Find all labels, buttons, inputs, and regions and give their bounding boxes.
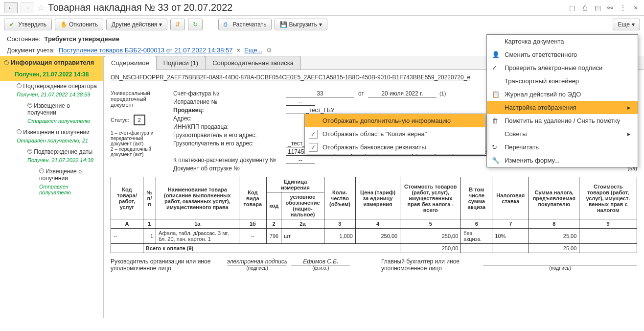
- tree-item[interactable]: Извещение о получении: [0, 100, 103, 117]
- export-label: Выгрузить: [289, 21, 317, 28]
- tab-signs[interactable]: Подписи (1): [156, 56, 206, 70]
- more-label: Еще: [618, 21, 630, 28]
- page-title: Товарная накладная № 33 от 20.07.2022: [48, 2, 565, 13]
- acc-sign-label: Главный бухгалтер или иное уполномоченно…: [381, 258, 479, 272]
- menu-icon: 📋: [492, 91, 500, 98]
- menu-item[interactable]: ↻Перечитать: [487, 141, 638, 154]
- print-label: Распечатать: [232, 21, 266, 28]
- table-row[interactable]: --1Афала, табл. д/рассас. 3 мг, бл. 20, …: [111, 229, 637, 244]
- tree-status: Отправлен получателю: [0, 117, 103, 127]
- tab-memo[interactable]: Сопроводительная записка: [205, 56, 301, 70]
- more-menu: Карточка документа👤Сменить ответственног…: [486, 34, 638, 167]
- refresh-button[interactable]: ↻: [188, 19, 203, 30]
- status-box-label: Статус:: [111, 117, 129, 123]
- doc-ref-more[interactable]: Еще...: [244, 47, 262, 54]
- tree-item[interactable]: Извещение о получении: [0, 127, 103, 137]
- submenu-item[interactable]: ✓Отображать область "Копия верна": [305, 127, 485, 141]
- reject-button[interactable]: ✋Отклонить: [55, 19, 103, 30]
- menu-icon: ↻: [492, 143, 500, 151]
- upd-label: Универсальный передаточный документ: [111, 90, 164, 108]
- nav-fwd-button[interactable]: →: [21, 2, 34, 13]
- chevron-right-icon: ▸: [627, 130, 631, 138]
- checkbox-icon[interactable]: ✓: [309, 143, 318, 152]
- more-dots-icon[interactable]: ⋮: [619, 3, 627, 12]
- other-actions-label: Другие действия: [112, 21, 157, 28]
- menu-icon: 🗑: [492, 117, 500, 125]
- menu-item[interactable]: Транспортный контейнер: [487, 74, 638, 88]
- other-actions-button[interactable]: Другие действия ▾: [106, 19, 167, 30]
- menu-item[interactable]: ✓Проверить электронные подписи: [487, 61, 638, 74]
- menu-item[interactable]: 🗑Пометить на удаление / Снять пометку: [487, 114, 638, 127]
- save-icon[interactable]: ▢: [568, 3, 576, 12]
- status-value: Требуется утверждение: [44, 35, 119, 43]
- menu-item[interactable]: 🔧Изменить форму...: [487, 154, 638, 167]
- status-box-value: 2: [134, 115, 145, 125]
- sidebar-status: Получен, 21.07.2022 14:38: [0, 69, 103, 81]
- menu-item[interactable]: Настройка отображения▸: [487, 101, 638, 114]
- collapse-icon[interactable]: [4, 60, 9, 65]
- note2: 2 – передаточный документ (акт): [111, 146, 164, 157]
- collapse-icon[interactable]: [39, 168, 44, 173]
- sidebar: Информация отправителя Получен, 21.07.20…: [0, 56, 104, 318]
- tree-status: Получен, 21.07.2022 14:38: [0, 156, 103, 166]
- checkbox-icon[interactable]: ✓: [309, 130, 318, 139]
- approve-button[interactable]: ✔Утвердить: [4, 19, 52, 30]
- doc-ref-label: Документ учета:: [7, 47, 55, 54]
- display-submenu: Отображать дополнительную информацию✓Ото…: [304, 114, 485, 154]
- reject-label: Отклонить: [69, 21, 98, 28]
- menu-icon: 👤: [492, 51, 500, 59]
- sidebar-head[interactable]: Информация отправителя: [0, 56, 103, 69]
- invoice-no: 33: [286, 90, 354, 97]
- menu-icon: [492, 38, 500, 46]
- menu-item[interactable]: Карточка документа: [487, 35, 638, 48]
- table-total: Всего к оплате (9)250,0025,00: [111, 244, 637, 253]
- invoice-label: Счет-фактура №: [173, 90, 286, 97]
- status-label: Состояние:: [7, 35, 40, 43]
- gear-icon[interactable]: ⚙: [266, 47, 272, 54]
- tab-content[interactable]: Содержимое: [104, 56, 157, 70]
- clear-ref-icon[interactable]: ×: [236, 47, 240, 54]
- link-icon[interactable]: ⚯: [606, 3, 615, 12]
- report-icon[interactable]: ▤: [593, 3, 602, 12]
- items-table: Код товара/ работ, услуг № п/п Наименова…: [111, 177, 637, 253]
- print-button[interactable]: ⎙Распечатать: [218, 19, 272, 30]
- menu-item[interactable]: 📋Журнал действий по ЭДО: [487, 88, 638, 101]
- invoice-date: 20 июля 2022 г.: [368, 90, 437, 97]
- collapse-icon[interactable]: [17, 129, 22, 134]
- menu-item[interactable]: Советы▸: [487, 127, 638, 141]
- collapse-icon[interactable]: [27, 103, 32, 108]
- print-icon[interactable]: ⎙: [580, 3, 589, 12]
- head-sign-label: Руководитель организации или иное уполно…: [111, 258, 223, 272]
- tree-item[interactable]: Извещение о получении: [0, 166, 103, 183]
- export-button[interactable]: 💾Выгрузить ▾: [275, 19, 327, 30]
- menu-icon: 🔧: [492, 157, 500, 165]
- favorite-star-icon[interactable]: ☆: [37, 2, 45, 13]
- tree-item[interactable]: Подтверждение даты: [0, 146, 103, 156]
- close-icon[interactable]: ×: [631, 3, 640, 12]
- tree-status: Получен, 21.07.2022 14:38:59: [0, 91, 103, 100]
- nav-back-button[interactable]: ←: [4, 2, 18, 13]
- collapse-icon[interactable]: [17, 83, 22, 88]
- collapse-icon[interactable]: [27, 149, 32, 154]
- doc-ref-link[interactable]: Поступление товаров БЭБ2-000013 от 21.07…: [59, 47, 232, 54]
- submenu-item[interactable]: ✓Отображать банковские реквизиты: [305, 141, 485, 154]
- more-button[interactable]: Еще ▾: [613, 19, 640, 30]
- approve-label: Утвердить: [18, 21, 46, 28]
- tree-status: Отправлен получателю: [0, 183, 103, 198]
- tree-item[interactable]: Подтверждение оператора: [0, 81, 103, 91]
- hierarchy-button[interactable]: ⇵: [170, 19, 185, 30]
- note1: 1 – счет-фактура и передаточный документ…: [111, 130, 164, 146]
- menu-icon: ✓: [492, 64, 500, 72]
- menu-icon: [492, 104, 500, 112]
- menu-item[interactable]: 👤Сменить ответственного: [487, 48, 638, 61]
- tree-status: Отправлен получателю, 21: [0, 137, 103, 146]
- submenu-item[interactable]: Отображать дополнительную информацию: [305, 114, 485, 127]
- menu-icon: [492, 77, 500, 85]
- chevron-right-icon: ▸: [627, 104, 631, 111]
- menu-icon: [492, 130, 500, 138]
